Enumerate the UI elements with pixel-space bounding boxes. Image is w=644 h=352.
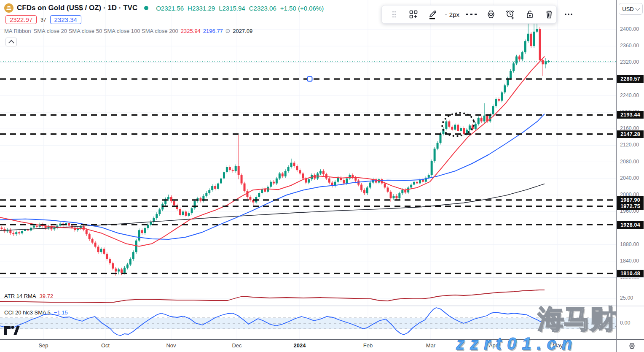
time-tick-label: Nov (166, 342, 176, 349)
candle-body (273, 182, 275, 184)
time-tick-label: Feb (363, 342, 373, 349)
low-value: L2315.94 (219, 5, 245, 12)
candle-body (410, 185, 412, 188)
candle-body (299, 170, 301, 173)
candle-body (244, 184, 246, 191)
sma20-line[interactable] (0, 57, 545, 246)
candle-body (469, 125, 471, 130)
buy-button[interactable]: 2323.34 (50, 15, 81, 24)
symbol-title[interactable]: CFDs on Gold (US$ / OZ) · 1D · TVC (17, 4, 137, 12)
settings-button[interactable] (482, 7, 500, 22)
ma-ribbon-title: MA Ribbon (4, 28, 31, 34)
candle-body (478, 118, 480, 124)
open-value: O2321.56 (156, 5, 184, 12)
candle-body (118, 269, 120, 271)
candle-body (533, 32, 535, 46)
candle-body (398, 193, 400, 198)
collapse-legend-button[interactable] (5, 38, 17, 46)
candle-body (293, 163, 295, 166)
candle-body (276, 179, 278, 184)
candle-body (480, 118, 483, 122)
pane-separator (617, 306, 644, 306)
candle-body (150, 222, 152, 225)
chart-window: CFDs on Gold (US$ / OZ) · 1D · TVC O2321… (0, 0, 644, 352)
lock-button[interactable] (521, 7, 539, 22)
sma50-value: 2196.77 (203, 28, 223, 34)
candle-body (466, 130, 468, 134)
currency-selector[interactable]: USD (619, 3, 643, 15)
candle-body (515, 57, 518, 64)
candle-body (185, 211, 187, 216)
candle-body (249, 197, 251, 200)
candle-body (495, 99, 497, 106)
candle-body (504, 85, 506, 92)
candle-body (129, 259, 131, 265)
candle-body (457, 125, 459, 131)
candle-body (366, 187, 368, 193)
candle-body (454, 125, 456, 130)
candle-body (123, 268, 126, 273)
symbol-header[interactable]: CFDs on Gold (US$ / OZ) · 1D · TVC O2321… (4, 3, 324, 13)
time-axis-border (617, 339, 644, 340)
candle-body (475, 124, 477, 129)
line-selection-handle[interactable] (308, 77, 312, 81)
ohlc-values: O2321.56 H2331.29 L2315.94 C2323.06 +1.5… (156, 5, 324, 12)
axis-settings-gear-icon[interactable] (628, 342, 636, 352)
candle-body (179, 209, 181, 215)
candle-body (18, 232, 20, 233)
alert-button[interactable] (502, 7, 519, 22)
drag-handle[interactable] (385, 7, 403, 22)
chevron-down-icon (635, 6, 640, 11)
candle-body (319, 171, 322, 173)
candle-body (360, 185, 362, 190)
candle-body (214, 186, 216, 189)
chevron-up-icon (8, 40, 14, 46)
candle-body (94, 243, 97, 247)
cci-legend[interactable]: CCI 20 hlc3 SMA 5 −1.15 (4, 309, 68, 316)
chart-canvas[interactable] (0, 0, 616, 339)
tradingview-logo[interactable] (3, 325, 20, 338)
candle-body (279, 173, 281, 179)
candle-body (354, 178, 357, 181)
drawing-toolbar: 2px (381, 5, 557, 24)
candle-body (363, 190, 365, 193)
atr-line[interactable] (0, 290, 545, 303)
candle-body (194, 201, 196, 208)
candle-body (448, 122, 450, 127)
price-level-badge: 1972.75 (617, 203, 644, 210)
line-style-button[interactable] (463, 7, 480, 22)
candle-body (97, 247, 99, 252)
candle-body (167, 197, 169, 199)
candle-body (229, 167, 231, 170)
ma-ribbon-legend[interactable]: MA Ribbon SMA close 20 SMA close 50 SMA … (4, 28, 252, 34)
time-tick-label: Oct (101, 342, 110, 349)
candle-body (241, 175, 243, 184)
candle-body (387, 187, 389, 192)
candle-body (369, 183, 371, 188)
line-width-button[interactable]: 2px (443, 7, 461, 22)
candle-body (322, 171, 325, 174)
candle-body (121, 269, 123, 273)
candle-body (208, 190, 210, 193)
price-tick-label: 1840.00 (620, 258, 639, 264)
candle-body (235, 166, 237, 171)
candle-body (191, 208, 193, 213)
candle-body (290, 163, 292, 167)
delete-button[interactable] (540, 7, 558, 22)
candle-body (527, 34, 529, 41)
sma20-value: 2325.94 (181, 28, 201, 34)
current-price-marker (547, 60, 550, 62)
price-axis[interactable]: USD 2400.002360.002320.002280.002240.002… (616, 0, 644, 352)
candle-body (15, 232, 17, 234)
template-button[interactable] (405, 7, 422, 22)
candle-body (407, 187, 409, 192)
change-value: +1.50 (+0.06%) (280, 5, 324, 12)
atr-legend[interactable]: ATR 14 RMA 39.72 (4, 293, 53, 299)
url-watermark: zzrt01.cn (456, 334, 577, 352)
candle-body (287, 167, 290, 171)
more-options-button[interactable] (560, 7, 577, 22)
candle-body (115, 268, 117, 271)
candle-body (463, 128, 465, 134)
color-pencil-button[interactable] (424, 7, 442, 22)
sell-button[interactable]: 2322.97 (5, 15, 37, 24)
